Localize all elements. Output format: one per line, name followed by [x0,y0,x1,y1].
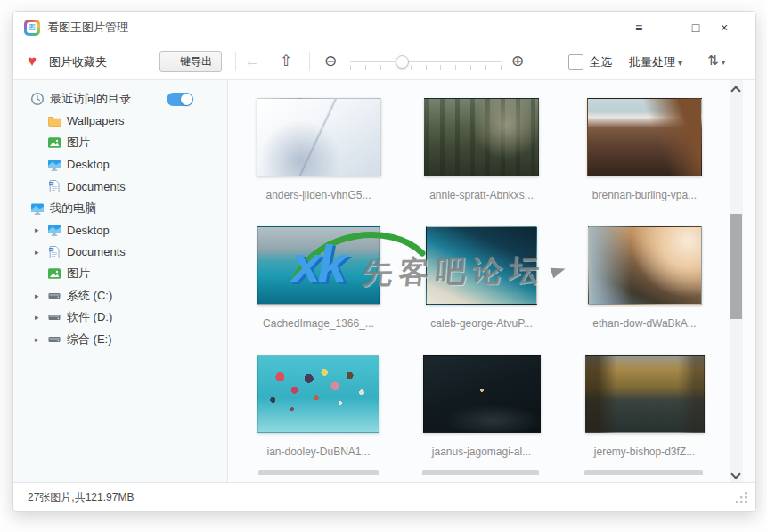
sidebar-section-recent[interactable]: 最近访问的目录 [13,88,227,110]
drive-icon [47,332,61,347]
sidebar: 最近访问的目录 Wallpapers 图片 [13,80,228,483]
vertical-scrollbar[interactable] [730,80,743,483]
sidebar-item-documents-2[interactable]: ▸ Documents [13,241,227,264]
heart-icon: ♥ [28,53,37,70]
sidebar-item-pictures[interactable]: 图片 [13,132,227,154]
slider-thumb[interactable] [396,55,409,69]
filename-label: caleb-george-AtvuP... [430,305,533,341]
sidebar-item-drive-e[interactable]: ▸ 综合 (E:) [13,329,227,351]
sidebar-section-label: 我的电脑 [50,201,96,217]
sidebar-item-drive-c[interactable]: ▸ 系统 (C:) [13,285,227,307]
sidebar-item-label: 软件 (D:) [67,309,112,325]
zoom-out-icon[interactable]: ⊖ [322,52,339,71]
sort-button[interactable]: ⇅▾ [707,53,726,69]
chevron-down-icon: ▾ [678,58,682,68]
monitor-icon [47,158,61,172]
expand-arrow-icon[interactable]: ▸ [35,333,47,346]
menu-icon[interactable]: ≡ [631,20,647,35]
scroll-down-icon[interactable] [732,471,739,478]
thumbnail-grid: anders-jilden-vhnG5... annie-spratt-Abnk… [237,85,726,470]
app-window: 图 看图王图片管理 ≡ — □ × ♥ 图片收藏夹 一键导出 ← ⇧ ⊖ [12,11,756,512]
thumbnail-size-slider[interactable] [350,44,502,79]
select-all-checkbox[interactable] [568,54,583,70]
image-icon [47,266,61,281]
slider-ticks [350,65,502,70]
sidebar-item-drive-d[interactable]: ▸ 软件 (D:) [13,307,227,329]
sidebar-item-label: Wallpapers [67,114,125,127]
thumbnail-image[interactable] [423,355,541,433]
window-title: 看图王图片管理 [47,12,128,44]
sidebar-item-label: 图片 [67,135,90,151]
filename-label: CachedImage_1366_... [263,305,374,341]
thumbnail-image[interactable] [426,226,537,305]
image-icon [47,135,61,150]
sidebar-item-label: Documents [67,180,126,193]
gallery-cell: CachedImage_1366_... [237,213,400,341]
gallery-cell: jeremy-bishop-d3fZ... [563,341,726,470]
favorites-label: 图片收藏夹 [49,54,107,70]
sidebar-item-label: 系统 (C:) [67,288,112,304]
document-icon [47,245,61,259]
scroll-up-icon[interactable] [732,86,739,93]
gallery-cell: caleb-george-AtvuP... [400,213,563,341]
statusbar: 27张图片,共121.97MB [13,482,755,511]
expand-arrow-icon[interactable]: ▸ [35,311,47,323]
gallery-area: anders-jilden-vhnG5... annie-spratt-Abnk… [229,80,755,483]
drive-icon [47,310,61,324]
titlebar[interactable]: 图 看图王图片管理 ≡ — □ × [13,12,755,44]
resize-grip[interactable] [735,491,748,504]
app-logo-icon: 图 [24,20,40,36]
gallery-cell: ian-dooley-DuBNA1... [237,341,400,470]
clock-icon [30,92,45,106]
minimize-button[interactable]: — [659,21,675,35]
scrollbar-thumb[interactable] [730,214,742,319]
sidebar-section-label: 最近访问的目录 [50,91,131,107]
sidebar-item-pictures-2[interactable]: 图片 [13,263,227,285]
slider-track[interactable] [350,61,502,62]
drive-icon [47,289,61,303]
sidebar-section-my-computer[interactable]: 我的电脑 [13,198,227,220]
document-icon [47,179,61,193]
up-directory-icon[interactable]: ⇧ [277,52,295,71]
expand-arrow-icon[interactable]: ▸ [35,246,47,258]
sidebar-item-wallpapers[interactable]: Wallpapers [13,110,227,133]
gallery-cell: anders-jilden-vhnG5... [237,85,400,213]
expand-arrow-icon[interactable]: ▸ [35,290,47,302]
folder-icon [47,114,61,128]
thumbnail-image[interactable] [257,355,379,433]
gallery-cell: annie-spratt-Abnkxs... [400,85,563,213]
filename-label: jaanus-jagomagi-al... [432,433,531,470]
status-text: 27张图片,共121.97MB [28,490,134,505]
gallery-cell: ethan-dow-dWaBkA... [563,213,726,341]
recent-dirs-toggle[interactable] [167,93,193,106]
sidebar-item-label: 综合 (E:) [67,331,112,348]
thumbnail-image[interactable] [587,98,702,176]
partial-thumbnail[interactable] [584,470,703,475]
partial-thumbnail[interactable] [422,470,539,475]
thumbnail-image[interactable] [257,98,381,176]
gallery-cell: jaanus-jagomagi-al... [400,341,563,470]
export-button[interactable]: 一键导出 [159,51,222,72]
filename-label: annie-spratt-Abnkxs... [429,176,534,213]
filename-label: brennan-burling-vpa... [592,176,697,213]
thumbnail-image[interactable] [424,98,539,176]
thumbnail-image[interactable] [588,226,702,305]
maximize-button[interactable]: □ [688,20,704,35]
partial-thumbnail[interactable] [258,470,379,475]
sidebar-item-label: Desktop [67,158,110,171]
thumbnail-image[interactable] [257,226,380,305]
expand-arrow-icon[interactable]: ▸ [35,224,47,236]
back-icon[interactable]: ← [243,52,261,71]
sidebar-item-documents[interactable]: Documents [13,176,227,198]
filename-label: jeremy-bishop-d3fZ... [594,433,695,470]
sidebar-item-desktop-2[interactable]: ▸ Desktop [13,219,227,241]
computer-icon [30,201,45,216]
toolbar-separator [235,52,236,71]
sidebar-item-label: Desktop [67,224,110,237]
zoom-in-icon[interactable]: ⊕ [509,52,526,71]
close-button[interactable]: × [716,20,732,35]
sidebar-item-desktop[interactable]: Desktop [13,154,227,176]
select-all-label[interactable]: 全选 [589,54,612,70]
thumbnail-image[interactable] [585,355,705,433]
batch-process-button[interactable]: 批量处理▾ [629,54,682,70]
